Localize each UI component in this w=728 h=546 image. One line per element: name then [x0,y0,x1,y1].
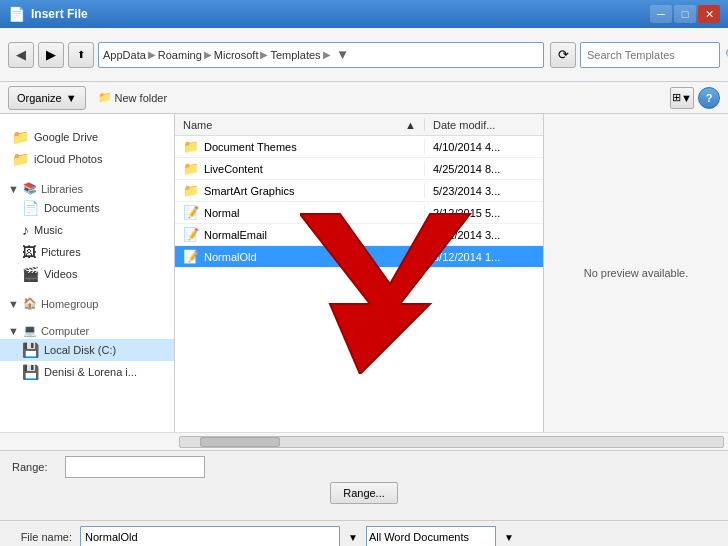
sidebar-homegroup-header[interactable]: ▼ 🏠 Homegroup [0,293,174,312]
homegroup-label: Homegroup [41,298,98,310]
file-row-live-content[interactable]: 📁 LiveContent 4/25/2014 8... [175,158,543,180]
pictures-label: Pictures [41,246,81,258]
sidebar-item-videos[interactable]: 🎬 Videos [0,263,174,285]
column-name-header[interactable]: Name ▲ [175,119,425,131]
filename-input[interactable] [80,526,340,546]
file-name-normal-old: NormalOld [204,251,257,263]
sidebar-item-documents[interactable]: 📄 Documents [0,197,174,219]
help-button[interactable]: ? [698,87,720,109]
local-disk-label: Local Disk (C:) [44,344,116,356]
icloud-icon: 📁 [12,151,29,167]
google-drive-label: Google Drive [34,131,98,143]
preview-panel: No preview available. [543,114,728,432]
filename-section: File name: ▼ ▼ [0,520,728,546]
title-bar-controls: ─ □ ✕ [650,5,720,23]
libraries-icon: 📚 [23,182,37,195]
folder-icon-doc-themes: 📁 [183,139,199,154]
col-date-label: Date modif... [433,119,495,131]
hscrollbar-area [0,432,728,450]
doc-icon-normal: 📝 [183,205,199,220]
range-button[interactable]: Range... [330,482,398,504]
libraries-arrow: ▼ [8,183,19,195]
address-crumbs: AppData ▶ Roaming ▶ Microsoft ▶ Template… [103,49,333,61]
sidebar-item-music[interactable]: ♪ Music [0,219,174,241]
organize-button[interactable]: Organize ▼ [8,86,86,110]
crumb-templates[interactable]: Templates [270,49,320,61]
crumb-sep-2: ▶ [204,49,212,60]
col-name-sort: ▲ [405,119,416,131]
documents-label: Documents [44,202,100,214]
file-cell-date-doc-themes: 4/10/2014 4... [425,141,543,153]
crumb-sep-3: ▶ [260,49,268,60]
file-list-header: Name ▲ Date modif... [175,114,543,136]
file-row-normal-old[interactable]: 📝 NormalOld 3/12/2014 1... [175,246,543,268]
file-row-smartart[interactable]: 📁 SmartArt Graphics 5/23/2014 3... [175,180,543,202]
file-cell-name-normal-email: 📝 NormalEmail [175,227,425,242]
denisi-label: Denisi & Lorena i... [44,366,137,378]
crumb-sep-1: ▶ [148,49,156,60]
main-content: 📁 Google Drive 📁 iCloud Photos ▼ 📚 Libra… [0,114,728,432]
file-cell-name-doc-themes: 📁 Document Themes [175,139,425,154]
file-row-doc-themes[interactable]: 📁 Document Themes 4/10/2014 4... [175,136,543,158]
range-input[interactable] [65,456,205,478]
sidebar-item-pictures[interactable]: 🖼 Pictures [0,241,174,263]
sidebar-item-google-drive[interactable]: 📁 Google Drive [0,126,174,148]
view-arrow: ▼ [681,92,692,104]
file-cell-date-live-content: 4/25/2014 8... [425,163,543,175]
icloud-label: iCloud Photos [34,153,103,165]
libraries-label: Libraries [41,183,83,195]
doc-icon-normal-email: 📝 [183,227,199,242]
search-input[interactable] [587,49,725,61]
title-bar: 📄 Insert File ─ □ ✕ [0,0,728,28]
range-label: Range: [12,461,57,473]
crumb-microsoft[interactable]: Microsoft [214,49,259,61]
refresh-button[interactable]: ⟳ [550,42,576,68]
sidebar-item-denisi[interactable]: 💾 Denisi & Lorena i... [0,361,174,383]
back-button[interactable]: ◀ [8,42,34,68]
file-row-normal[interactable]: 📝 Normal 2/12/2015 5... [175,202,543,224]
new-folder-label: New folder [115,92,168,104]
secondary-toolbar: Organize ▼ 📁 New folder ⊞ ▼ ? [0,82,728,114]
file-row-normal-email[interactable]: 📝 NormalEmail 5/31/2014 3... [175,224,543,246]
crumb-appdata[interactable]: AppData [103,49,146,61]
file-cell-name-live-content: 📁 LiveContent [175,161,425,176]
maximize-button[interactable]: □ [674,5,696,23]
minimize-button[interactable]: ─ [650,5,672,23]
filename-label: File name: [12,531,72,543]
new-folder-button[interactable]: 📁 New folder [94,86,172,110]
hscrollbar-thumb[interactable] [200,437,280,447]
column-date-header[interactable]: Date modif... [425,119,543,131]
sidebar-item-icloud-photos[interactable]: 📁 iCloud Photos [0,148,174,170]
bottom-section: Range: Range... [0,450,728,520]
forward-button[interactable]: ▶ [38,42,64,68]
file-cell-date-smartart: 5/23/2014 3... [425,185,543,197]
pictures-icon: 🖼 [22,244,36,260]
address-dropdown-button[interactable]: ▼ [333,43,353,67]
denisi-icon: 💾 [22,364,39,380]
file-name-smartart: SmartArt Graphics [204,185,294,197]
sidebar-item-local-disk-c[interactable]: 💾 Local Disk (C:) [0,339,174,361]
computer-arrow: ▼ [8,325,19,337]
filetype-input[interactable] [366,526,496,546]
computer-label: Computer [41,325,89,337]
filetype-dropdown-arrow[interactable]: ▼ [504,532,514,543]
sidebar-scroll: 📁 Google Drive 📁 iCloud Photos ▼ 📚 Libra… [0,118,174,428]
hscrollbar-track[interactable] [179,436,724,448]
close-button[interactable]: ✕ [698,5,720,23]
view-icon: ⊞ [672,91,681,104]
music-icon: ♪ [22,222,29,238]
file-cell-name-normal-old: 📝 NormalOld [175,249,425,264]
preview-text: No preview available. [584,267,689,279]
videos-label: Videos [44,268,77,280]
sidebar-libraries-header[interactable]: ▼ 📚 Libraries [0,178,174,197]
new-folder-icon: 📁 [98,91,112,104]
up-button[interactable]: ⬆ [68,42,94,68]
crumb-roaming[interactable]: Roaming [158,49,202,61]
sidebar-computer-header[interactable]: ▼ 💻 Computer [0,320,174,339]
toolbar2-right: ⊞ ▼ ? [670,87,720,109]
view-button[interactable]: ⊞ ▼ [670,87,694,109]
address-toolbar: ◀ ▶ ⬆ AppData ▶ Roaming ▶ Microsoft ▶ Te… [0,28,728,82]
file-cell-date-normal-email: 5/31/2014 3... [425,229,543,241]
doc-icon-normal-old: 📝 [183,249,199,264]
filename-dropdown-arrow[interactable]: ▼ [348,532,358,543]
